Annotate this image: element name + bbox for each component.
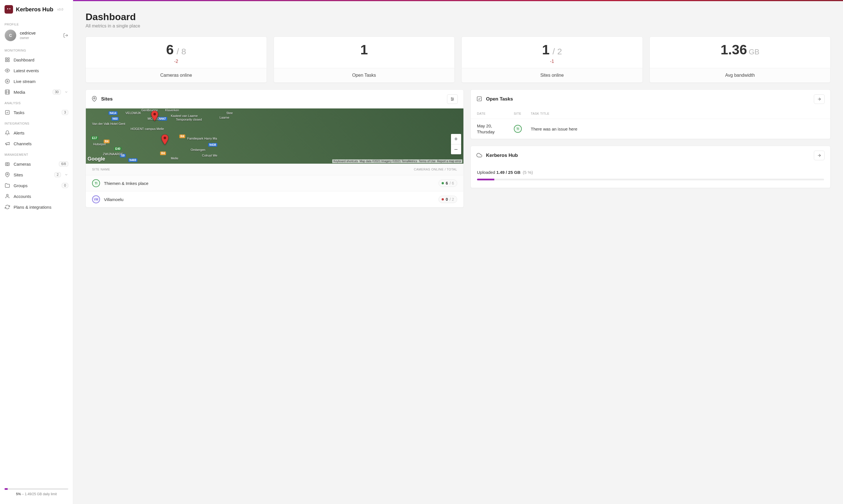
main: Dashboard All metrics in a single place … (73, 0, 843, 504)
svg-marker-9 (7, 80, 8, 82)
folder-icon (4, 183, 10, 188)
brand-logo-icon (4, 5, 13, 14)
site-row[interactable]: TIThiemen & Imkes place6 / 6 (86, 175, 463, 191)
map-road-label: R4 (160, 151, 166, 155)
hub-arrow-button[interactable] (814, 151, 825, 160)
svg-rect-14 (5, 110, 10, 114)
site-table-head: SITE NAME CAMERAS ONLINE / TOTAL (86, 164, 463, 175)
map-place-label: Laarne (219, 116, 229, 119)
sidebar-item-alerts[interactable]: Alerts (0, 127, 73, 138)
map-place-label: ZWIJNAARDE (103, 152, 123, 156)
brand-title: Kerberos Hub (16, 6, 53, 13)
section-integrations-label: INTEGRATIONS (0, 118, 73, 127)
sidebar-item-groups[interactable]: Groups 0 (0, 180, 73, 191)
map-place-label: Van der Valk Hotel Gent (92, 122, 125, 125)
cameras-count-badge: 6/8 (59, 161, 68, 166)
map-place-label: VELDWIJK (125, 111, 141, 115)
cloud-icon (476, 152, 483, 159)
pin-icon (4, 172, 10, 178)
map-road-label: N469 (128, 158, 137, 162)
chevron-down-icon[interactable] (64, 90, 68, 94)
usage-bar (4, 488, 68, 490)
map-place-label: Ombergen (191, 148, 205, 151)
sidebar-item-sites[interactable]: Sites 2 (0, 169, 73, 180)
film-icon (4, 89, 10, 95)
chevron-down-icon[interactable] (64, 173, 68, 177)
camera-icon (4, 161, 10, 167)
hub-panel-title: Kerberos Hub (486, 152, 518, 158)
section-management-label: MANAGEMENT (0, 149, 73, 159)
tasks-table-head: DATE SITE TASK TITLE (471, 108, 830, 119)
svg-point-18 (6, 194, 8, 196)
sidebar-item-tasks[interactable]: Tasks 3 (0, 107, 73, 118)
sites-panel-title: Sites (101, 96, 113, 102)
eye-icon (4, 68, 10, 73)
stat-card-bandwidth: 1.36GB . Avg bandwidth (650, 37, 831, 83)
task-site-avatar: TI (514, 125, 522, 133)
sidebar-item-live-stream[interactable]: Live stream (0, 76, 73, 87)
svg-point-17 (7, 174, 8, 175)
groups-count-badge: 0 (62, 183, 68, 188)
sidebar-item-plans[interactable]: Plans & integrations (0, 202, 73, 212)
map-road-label: N438 (208, 143, 217, 147)
status-dot-icon (442, 198, 444, 200)
site-name: Thiemen & Imkes place (104, 181, 435, 186)
zoom-in-button[interactable]: + (451, 134, 461, 144)
site-status: 0 / 2 (439, 196, 457, 203)
sidebar-item-channels[interactable]: Channels (0, 138, 73, 149)
pin-icon (91, 96, 98, 102)
sidebar-item-cameras[interactable]: Cameras 6/8 (0, 159, 73, 169)
map-place-label: Temporarily closed (176, 118, 202, 121)
check-square-icon (4, 110, 10, 115)
map-zoom: + − (451, 134, 461, 154)
map-road-label: E40 (114, 147, 122, 151)
zoom-out-button[interactable]: − (451, 144, 461, 154)
grid-icon (4, 57, 10, 62)
profile-row[interactable]: C cedricve owner (0, 28, 73, 45)
page-subtitle: All metrics in a single place (86, 23, 830, 29)
tasks-panel-title: Open Tasks (486, 96, 513, 102)
bell-icon (4, 130, 10, 136)
svg-point-25 (452, 100, 452, 101)
map-attrib: Keyboard shortcuts Map data ©2021 Imager… (332, 159, 462, 163)
tasks-arrow-button[interactable] (814, 94, 825, 104)
site-row[interactable]: VMVillamoelu0 / 2 (86, 191, 463, 207)
site-name: Villamoelu (104, 197, 435, 202)
refresh-icon (4, 204, 10, 210)
sidebar: Kerberos Hub v3.0 PROFILE C cedricve own… (0, 0, 73, 504)
stat-card-tasks: 1 . Open Tasks (274, 37, 455, 83)
sidebar-item-media[interactable]: Media 30 (0, 87, 73, 97)
svg-rect-3 (5, 58, 7, 59)
sites-map[interactable]: + − Google Keyboard shortcuts Map data ©… (86, 108, 463, 164)
svg-point-23 (451, 98, 452, 98)
signout-icon[interactable] (63, 33, 68, 38)
map-road-label: N414 (108, 111, 118, 115)
user-icon (4, 193, 10, 199)
stat-card-cameras: 6 / 8 -2 Cameras online (86, 37, 267, 83)
sites-filter-button[interactable] (447, 94, 458, 104)
map-place-label: Stee (226, 111, 233, 115)
map-place-label: Kasteel van Laarne (171, 114, 198, 118)
open-tasks-panel: Open Tasks DATE SITE TASK TITLE May 20,T… (471, 89, 830, 139)
map-road-label: E17 (91, 136, 98, 140)
upload-line: Uploaded 1.49 / 25 GB (5 %) (477, 170, 824, 175)
map-road-label: R4 (179, 134, 185, 138)
sidebar-item-latest-events[interactable]: Latest events (0, 65, 73, 76)
task-title: There was an issue here (531, 127, 824, 131)
sites-panel: Sites + − Google Keyboard shortcuts Map … (86, 89, 464, 208)
map-pin-icon[interactable] (151, 111, 158, 121)
svg-point-7 (7, 70, 8, 71)
svg-point-27 (164, 137, 166, 139)
sidebar-item-dashboard[interactable]: Dashboard (0, 54, 73, 65)
map-place-label: HOGENT campus Melle (130, 127, 164, 130)
task-row[interactable]: May 20,ThursdayTIThere was an issue here (471, 119, 830, 139)
map-pin-icon[interactable] (161, 134, 169, 145)
map-place-label: Klaverken (165, 108, 179, 112)
map-place-label: Familiepark Harry Ma (187, 137, 217, 140)
map-place-label: Hutsepot (93, 142, 106, 146)
svg-point-19 (94, 98, 95, 99)
svg-point-1 (10, 8, 11, 10)
sites-count-badge: 2 (54, 172, 61, 177)
sidebar-item-accounts[interactable]: Accounts (0, 191, 73, 202)
site-status: 6 / 6 (439, 180, 457, 187)
